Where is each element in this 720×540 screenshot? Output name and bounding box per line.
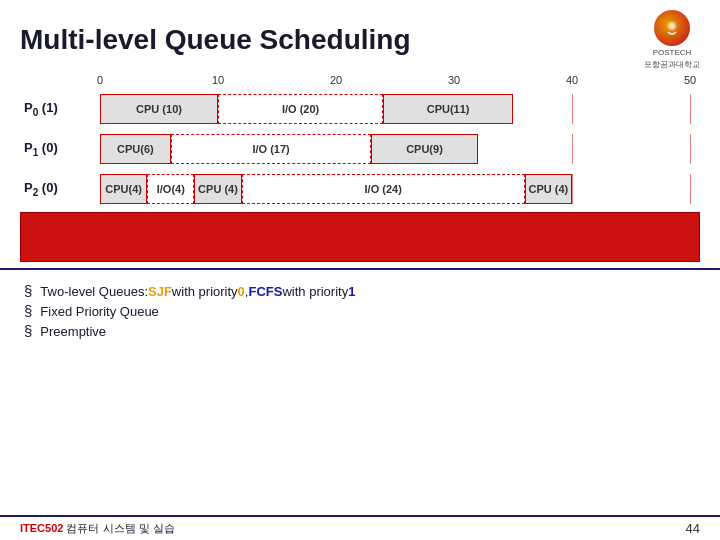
header: Multi-level Queue Scheduling POSTECH 포항공… (0, 0, 720, 74)
tick-label-20: 20 (330, 74, 342, 86)
bullet-text-0-2: with priority (172, 284, 238, 299)
tick-label-30: 30 (448, 74, 460, 86)
bullet-item-2: §Preemptive (24, 322, 696, 339)
grid-line-50 (690, 134, 691, 164)
slide: Multi-level Queue Scheduling POSTECH 포항공… (0, 0, 720, 540)
process-label-2: P2 (0) (20, 180, 100, 198)
bullet-text-2-0: Preemptive (40, 324, 106, 339)
page-title: Multi-level Queue Scheduling (20, 24, 411, 56)
tick-row: 01020304050 (100, 74, 690, 92)
gantt-container-1: CPU(6)I/O (17)CPU(9) (100, 134, 690, 164)
separator (0, 268, 720, 270)
gantt-bar-p2-0: CPU(4) (100, 174, 147, 204)
grid-line-40 (572, 94, 573, 124)
bullet-dot-1: § (24, 302, 32, 319)
bullet-text-1-0: Fixed Priority Queue (40, 304, 159, 319)
logo: POSTECH 포항공과대학교 (644, 10, 700, 70)
gantt-bar-p0-2: CPU(11) (383, 94, 513, 124)
tick-label-10: 10 (212, 74, 224, 86)
bullet-dot-2: § (24, 322, 32, 339)
bullet-dot-0: § (24, 282, 32, 299)
gantt-bar-p2-3: I/O (24) (242, 174, 525, 204)
gantt-bar-p0-1: I/O (20) (218, 94, 383, 124)
gantt-bar-p2-1: I/O(4) (147, 174, 194, 204)
grid-line-40 (572, 174, 573, 204)
bullet-text-0-3: 0 (238, 284, 245, 299)
tick-label-40: 40 (566, 74, 578, 86)
process-label-1: P1 (0) (20, 140, 100, 158)
logo-icon (654, 10, 690, 46)
gantt-bar-p2-2: CPU (4) (194, 174, 241, 204)
gantt-container-2: CPU(4)I/O(4)CPU (4)I/O (24)CPU (4) (100, 174, 690, 204)
logo-text: POSTECH (653, 48, 692, 57)
gantt-bar-p1-1: I/O (17) (171, 134, 372, 164)
gantt-container-0: CPU (10)I/O (20)CPU(11) (100, 94, 690, 124)
gantt-bar-p1-0: CPU(6) (100, 134, 171, 164)
bullet-text-0-0: Two-level Queues: (40, 284, 148, 299)
tick-label-50: 50 (684, 74, 696, 86)
logo-subtext: 포항공과대학교 (644, 59, 700, 70)
grid-line-40 (572, 134, 573, 164)
bullet-text-0-6: with priority (282, 284, 348, 299)
bullets: §Two-level Queues: SJF with priority 0, … (0, 276, 720, 348)
red-block (20, 212, 700, 262)
bullet-text-0-1: SJF (148, 284, 172, 299)
gantt-bar-p2-4: CPU (4) (525, 174, 572, 204)
gantt-bar-p1-2: CPU(9) (371, 134, 477, 164)
svg-point-1 (669, 23, 675, 29)
footer: ITEC502 컴퓨터 시스템 및 실습 44 (0, 515, 720, 540)
process-label-0: P0 (1) (20, 100, 100, 118)
tick-label-0: 0 (97, 74, 103, 86)
bullet-text-0-5: FCFS (248, 284, 282, 299)
gantt-bar-p0-0: CPU (10) (100, 94, 218, 124)
process-row-1: P1 (0)CPU(6)I/O (17)CPU(9) (20, 132, 700, 166)
bullet-item-1: §Fixed Priority Queue (24, 302, 696, 319)
footer-course: ITEC502 컴퓨터 시스템 및 실습 (20, 521, 175, 536)
page-number: 44 (686, 521, 700, 536)
process-row-2: P2 (0)CPU(4)I/O(4)CPU (4)I/O (24)CPU (4) (20, 172, 700, 206)
bullet-text-0-7: 1 (348, 284, 355, 299)
grid-line-50 (690, 174, 691, 204)
timeline-area: 01020304050 P0 (1)CPU (10)I/O (20)CPU(11… (20, 74, 700, 206)
bullet-item-0: §Two-level Queues: SJF with priority 0, … (24, 282, 696, 299)
process-row-0: P0 (1)CPU (10)I/O (20)CPU(11) (20, 92, 700, 126)
grid-line-50 (690, 94, 691, 124)
